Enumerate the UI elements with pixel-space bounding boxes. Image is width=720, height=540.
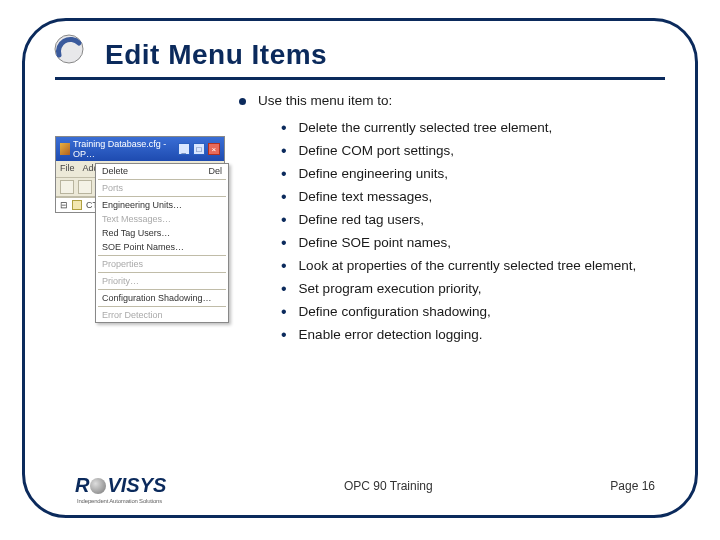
folder-icon — [72, 200, 82, 210]
intro-text: Use this menu item to: — [258, 92, 392, 111]
edit-dropdown-menu: DeleteDelPortsEngineering Units…Text Mes… — [95, 163, 229, 323]
dropdown-item: Text Messages… — [96, 212, 228, 226]
toolbar-button[interactable] — [60, 180, 74, 194]
globe-icon — [90, 478, 106, 494]
bullet-icon — [239, 98, 246, 105]
slide-frame: Edit Menu Items Training Database.cfg - … — [22, 18, 698, 518]
maximize-button[interactable]: □ — [193, 143, 205, 155]
dropdown-item: Priority… — [96, 274, 228, 288]
dropdown-item[interactable]: SOE Point Names… — [96, 240, 228, 254]
intro-row: Use this menu item to: — [239, 92, 665, 111]
feature-list-item: Define engineering units, — [281, 163, 665, 185]
dropdown-item[interactable]: DeleteDel — [96, 164, 228, 178]
feature-list-item: Delete the currently selected tree eleme… — [281, 117, 665, 139]
window-title-text: Training Database.cfg - OP… — [73, 139, 172, 159]
footer-brand-tag: Independent Automation Solutions — [77, 498, 162, 504]
dropdown-item: Error Detection — [96, 308, 228, 322]
menu-file[interactable]: File — [60, 163, 75, 175]
footer-center-text: OPC 90 Training — [166, 479, 610, 493]
app-icon — [60, 143, 70, 155]
page-number: Page 16 — [610, 479, 655, 493]
page-title: Edit Menu Items — [105, 39, 665, 71]
feature-list-item: Define SOE point names, — [281, 232, 665, 254]
header: Edit Menu Items — [55, 39, 665, 80]
window-titlebar: Training Database.cfg - OP… _ □ × — [56, 137, 224, 161]
app-screenshot: Training Database.cfg - OP… _ □ × File A… — [55, 136, 225, 213]
dropdown-item[interactable]: Engineering Units… — [96, 198, 228, 212]
footer: RVISYS Independent Automation Solutions … — [25, 474, 695, 497]
dropdown-item: Ports — [96, 181, 228, 195]
feature-list-item: Set program execution priority, — [281, 278, 665, 300]
feature-list-item: Define red tag users, — [281, 209, 665, 231]
feature-list: Delete the currently selected tree eleme… — [281, 117, 665, 347]
toolbar-button[interactable] — [78, 180, 92, 194]
feature-list-item: Enable error detection logging. — [281, 324, 665, 346]
minimize-button[interactable]: _ — [178, 143, 190, 155]
feature-list-item: Define configuration shadowing, — [281, 301, 665, 323]
header-logo-icon — [51, 31, 87, 67]
tree-toggle-icon[interactable]: ⊟ — [60, 200, 68, 210]
footer-logo: RVISYS Independent Automation Solutions — [75, 474, 166, 497]
dropdown-item: Properties — [96, 257, 228, 271]
dropdown-item[interactable]: Red Tag Users… — [96, 226, 228, 240]
dropdown-item[interactable]: Configuration Shadowing… — [96, 291, 228, 305]
text-column: Use this menu item to: Delete the curren… — [239, 92, 665, 347]
feature-list-item: Define COM port settings, — [281, 140, 665, 162]
content: Training Database.cfg - OP… _ □ × File A… — [55, 92, 665, 347]
close-button[interactable]: × — [208, 143, 220, 155]
feature-list-item: Define text messages, — [281, 186, 665, 208]
feature-list-item: Look at properties of the currently sele… — [281, 255, 665, 277]
